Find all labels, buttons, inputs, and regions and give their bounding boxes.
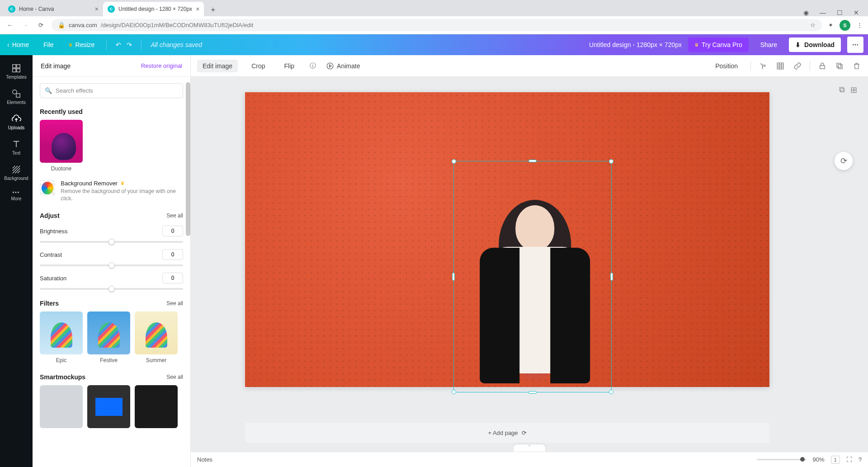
reload-icon[interactable]: ⟳ <box>36 22 45 28</box>
duplicate-icon[interactable] <box>835 61 844 71</box>
slider-knob[interactable] <box>108 286 115 292</box>
duplicate-page-icon[interactable]: ⧉ <box>839 85 845 95</box>
selection-box[interactable] <box>453 161 612 392</box>
account-indicator-icon[interactable]: ◉ <box>803 9 809 16</box>
panel-scrollbar[interactable] <box>186 82 190 236</box>
selected-image-subject[interactable] <box>476 197 594 396</box>
resize-handle-bm[interactable] <box>528 391 537 394</box>
download-button[interactable]: ⬇ Download <box>789 38 841 52</box>
brightness-slider[interactable] <box>40 241 183 243</box>
browser-tab[interactable]: C Home - Canva × <box>4 2 103 16</box>
slider-knob[interactable] <box>108 239 115 245</box>
menu-icon[interactable]: ⋮ <box>857 22 863 28</box>
contrast-slider[interactable] <box>40 264 183 266</box>
smartmockup-tile[interactable] <box>87 385 130 428</box>
back-icon[interactable]: ← <box>5 22 14 28</box>
background-remover-tile[interactable]: Background Remover ♛ Remove the backgrou… <box>40 180 183 202</box>
divider <box>106 39 107 50</box>
close-icon[interactable]: × <box>196 5 199 13</box>
close-window-icon[interactable]: ✕ <box>854 9 859 16</box>
maximize-icon[interactable]: ☐ <box>837 9 843 16</box>
rail-more[interactable]: ••• More <box>0 186 33 205</box>
stage-scroll-hint[interactable]: ⌃ <box>514 444 545 452</box>
link-icon[interactable] <box>793 61 802 71</box>
position-button[interactable]: Position <box>710 60 743 72</box>
canvas-page[interactable] <box>245 92 769 387</box>
zoom-slider[interactable] <box>757 459 807 460</box>
saturation-input[interactable] <box>162 273 183 283</box>
rail-text[interactable]: Text <box>0 136 33 159</box>
filter-tile-epic[interactable]: Epic <box>40 311 83 363</box>
zoom-knob[interactable] <box>800 457 805 462</box>
filter-tile-festive[interactable]: Festive <box>87 311 130 363</box>
rail-background[interactable]: Background <box>0 161 33 184</box>
zoom-value[interactable]: 90% <box>813 456 825 463</box>
smartmockup-tile[interactable] <box>135 385 178 428</box>
effect-tile-duotone[interactable]: Duotone <box>40 120 83 172</box>
edit-image-button[interactable]: Edit image <box>197 60 238 72</box>
see-all-link[interactable]: See all <box>166 300 183 307</box>
search-effects-input[interactable]: 🔍 Search effects <box>40 83 183 98</box>
see-all-link[interactable]: See all <box>166 212 183 219</box>
smartmockup-tile[interactable] <box>40 385 83 428</box>
filter-label: Epic <box>40 357 83 363</box>
side-panel-body[interactable]: 🔍 Search effects Recently used Duotone <box>33 77 190 467</box>
minimize-icon[interactable]: — <box>820 9 826 16</box>
animate-icon <box>326 62 334 70</box>
rotate-fab[interactable]: ⟳ <box>835 152 853 170</box>
transparency-icon[interactable] <box>775 61 785 71</box>
resize-handle-tl[interactable] <box>452 159 456 164</box>
document-title[interactable]: Untitled design - 1280px × 720px <box>589 41 682 48</box>
rail-templates[interactable]: Templates <box>0 60 33 83</box>
see-all-link[interactable]: See all <box>166 374 183 380</box>
close-icon[interactable]: × <box>95 5 99 13</box>
fullscreen-icon[interactable]: ⛶ <box>846 456 852 463</box>
filter-thumbnail <box>135 311 178 354</box>
flip-button[interactable]: Flip <box>279 60 300 72</box>
saturation-slider[interactable] <box>40 288 183 290</box>
address-bar[interactable]: 🔒 canva.com/design/DAEtO0Op1mM/BeCODnOMW… <box>52 19 822 31</box>
resize-button[interactable]: ♛ Resize <box>66 39 98 50</box>
rail-elements[interactable]: Elements <box>0 85 33 108</box>
notes-button[interactable]: Notes <box>197 456 212 463</box>
add-page-icon[interactable]: ⊞ <box>850 85 857 95</box>
forward-icon[interactable]: → <box>21 22 30 28</box>
resize-handle-tm[interactable] <box>528 160 537 162</box>
home-button[interactable]: ‹ Home <box>5 39 32 50</box>
resize-handle-br[interactable] <box>609 390 613 394</box>
filter-tile-summer[interactable]: Summer <box>135 311 178 363</box>
resize-handle-ml[interactable] <box>452 273 455 281</box>
info-icon[interactable]: ⓘ <box>308 61 318 71</box>
subject-head <box>515 205 554 250</box>
file-label: File <box>43 41 54 48</box>
browser-tab[interactable]: C Untitled design - 1280 × 720px × <box>103 2 204 16</box>
brightness-input[interactable] <box>162 226 183 236</box>
lock-icon[interactable] <box>817 61 827 71</box>
redo-icon[interactable]: ↷ <box>127 41 132 48</box>
animate-button[interactable]: Animate <box>326 62 360 70</box>
add-page-bar[interactable]: + Add page ⟳ <box>245 423 769 443</box>
file-menu[interactable]: File <box>41 39 57 50</box>
resize-handle-bl[interactable] <box>452 390 456 394</box>
canvas-stage[interactable]: ⧉ ⊞ <box>191 77 868 452</box>
slider-knob[interactable] <box>108 262 115 269</box>
try-pro-button[interactable]: ♛ Try Canva Pro <box>688 38 749 52</box>
rail-label: More <box>11 196 22 201</box>
trash-icon[interactable] <box>852 61 862 71</box>
new-tab-button[interactable]: + <box>207 4 219 16</box>
resize-handle-tr[interactable] <box>609 159 613 164</box>
contrast-input[interactable] <box>162 249 183 260</box>
resize-handle-mr[interactable] <box>610 273 613 281</box>
help-icon[interactable]: ? <box>859 456 862 463</box>
style-copy-icon[interactable] <box>758 61 768 71</box>
more-button[interactable]: ⋯ <box>847 37 863 53</box>
extensions-icon[interactable]: ✦ <box>828 22 833 28</box>
crop-button[interactable]: Crop <box>246 60 270 72</box>
restore-original-link[interactable]: Restore original <box>141 62 182 69</box>
page-count-badge[interactable]: 1 <box>831 456 840 464</box>
rail-uploads[interactable]: Uploads <box>0 110 33 134</box>
share-button[interactable]: Share <box>755 38 783 52</box>
profile-avatar[interactable]: S <box>840 20 850 31</box>
undo-icon[interactable]: ↶ <box>116 41 121 48</box>
star-icon[interactable]: ☆ <box>810 22 816 28</box>
